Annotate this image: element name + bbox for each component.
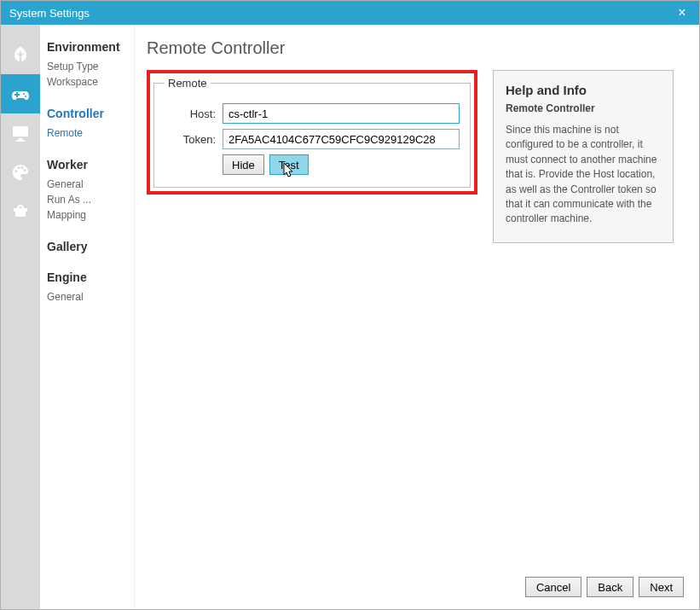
engine-icon — [10, 201, 31, 222]
close-icon[interactable]: × — [674, 5, 691, 20]
help-body: Since this machine is not configured to … — [506, 123, 661, 227]
test-button-label: Test — [279, 159, 299, 171]
next-button[interactable]: Next — [639, 577, 684, 597]
nav-sub-remote[interactable]: Remote — [47, 125, 129, 141]
host-label: Host: — [165, 107, 216, 120]
nav-sub-workspace[interactable]: Workspace — [47, 74, 129, 90]
nav-sub-mapping[interactable]: Mapping — [47, 207, 129, 223]
button-row: Hide Test — [223, 154, 460, 175]
titlebar: System Settings × — [1, 1, 699, 25]
page-title: Remote Controller — [147, 38, 684, 58]
nav-head-controller[interactable]: Controller — [47, 107, 129, 120]
remote-fieldset: Remote Host: Token: Hide Test — [153, 77, 471, 188]
help-title: Help and Info — [506, 83, 661, 97]
token-row: Token: — [165, 129, 460, 149]
iconbar-engine[interactable] — [1, 192, 40, 231]
footer-buttons: Cancel Back Next — [525, 577, 684, 597]
nav-group-controller: Controller Remote — [47, 107, 129, 141]
window-title: System Settings — [9, 7, 90, 20]
palette-icon — [10, 162, 31, 183]
nav-group-worker: Worker General Run As ... Mapping — [47, 158, 129, 223]
iconbar-worker[interactable] — [1, 113, 40, 153]
iconbar — [1, 25, 40, 609]
token-label: Token: — [165, 133, 216, 146]
back-button[interactable]: Back — [587, 577, 633, 597]
help-subtitle: Remote Controller — [506, 102, 661, 114]
nav-group-gallery: Gallery — [47, 240, 129, 253]
nav-sub-setup-type[interactable]: Setup Type — [47, 59, 129, 74]
help-panel: Help and Info Remote Controller Since th… — [493, 70, 674, 243]
highlight-box: Remote Host: Token: Hide Test — [147, 70, 477, 195]
nav: Environment Setup Type Workspace Control… — [40, 25, 134, 609]
test-button[interactable]: Test — [269, 154, 309, 175]
monitor-icon — [10, 123, 31, 143]
gamepad-icon — [10, 84, 31, 104]
host-row: Host: — [165, 103, 460, 124]
iconbar-controller[interactable] — [1, 74, 40, 113]
nav-head-engine[interactable]: Engine — [47, 270, 129, 284]
hide-button[interactable]: Hide — [223, 154, 264, 175]
host-input[interactable] — [223, 103, 460, 124]
content-row: Remote Host: Token: Hide Test — [147, 70, 684, 243]
nav-group-engine: Engine General — [47, 270, 129, 305]
nav-sub-engine-general[interactable]: General — [47, 289, 129, 305]
remote-legend: Remote — [165, 77, 211, 90]
iconbar-gallery[interactable] — [1, 153, 40, 192]
token-input[interactable] — [223, 129, 460, 149]
nav-group-environment: Environment Setup Type Workspace — [47, 40, 129, 90]
iconbar-environment[interactable] — [1, 35, 40, 74]
nav-head-environment[interactable]: Environment — [47, 40, 129, 54]
nav-head-worker[interactable]: Worker — [47, 158, 129, 171]
cancel-button[interactable]: Cancel — [525, 577, 581, 597]
leaf-icon — [10, 44, 31, 65]
nav-sub-runas[interactable]: Run As ... — [47, 192, 129, 207]
main: Remote Controller Remote Host: Token: Hi… — [134, 25, 699, 609]
body: Environment Setup Type Workspace Control… — [1, 25, 699, 609]
nav-head-gallery[interactable]: Gallery — [47, 240, 129, 253]
nav-sub-general[interactable]: General — [47, 177, 129, 192]
